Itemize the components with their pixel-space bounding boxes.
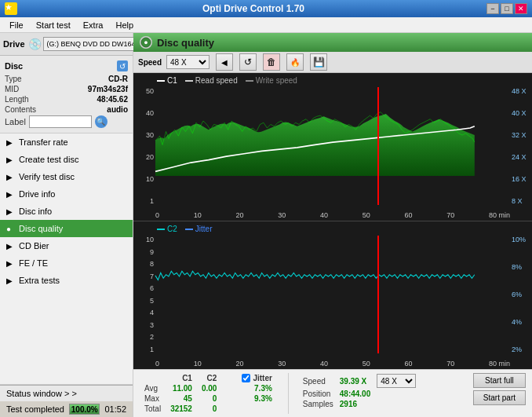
create-test-disc-icon: ▶ xyxy=(6,155,13,164)
sidebar-item-disc-quality[interactable]: ● Disc quality xyxy=(0,220,133,237)
nav-menu: ▶ Transfer rate ▶ Create test disc ▶ Ver… xyxy=(0,134,133,384)
sidebar-label-disc-quality: Disc quality xyxy=(19,224,63,233)
menu-start-test[interactable]: Start test xyxy=(30,19,77,31)
sidebar-label-create-test-disc: Create test disc xyxy=(19,155,78,164)
app-icon: ★ xyxy=(5,2,17,15)
stats-speed-section: Speed 39.39 X 48 X Position 48:44.00 xyxy=(300,373,419,409)
title-bar-title: Opti Drive Control 1.70 xyxy=(20,3,486,14)
c1-y-axis-left: 50403020101 xyxy=(133,87,155,205)
quality-header: ● Disc quality xyxy=(133,33,532,52)
main-layout: Drive 💿 (G:) BENQ DVD DD DW1640 BSRB ⏏ D… xyxy=(0,33,532,417)
quality-icon: ● xyxy=(140,36,152,49)
avg-c2: 0.00 xyxy=(197,383,221,393)
title-bar: ★ Opti Drive Control 1.70 − □ ✕ xyxy=(0,0,532,17)
maximize-button[interactable]: □ xyxy=(501,3,513,14)
samples-label: Samples xyxy=(300,399,337,409)
sidebar-item-fe-te[interactable]: ▶ FE / TE xyxy=(0,254,133,272)
max-jitter: 9.3% xyxy=(237,393,276,404)
disc-section-title: Disc xyxy=(5,61,23,71)
drive-section: Drive 💿 (G:) BENQ DVD DD DW1640 BSRB ⏏ xyxy=(0,33,133,56)
speed-label-top: Speed xyxy=(138,58,162,67)
c2-legend: C2 Jitter xyxy=(157,225,212,233)
sidebar-item-transfer-rate[interactable]: ▶ Transfer rate xyxy=(0,134,133,151)
total-label: Total xyxy=(140,404,166,414)
max-c1: 45 xyxy=(166,393,197,404)
stats-area: C1 C2 Jitter Avg 11.00 0.00 xyxy=(133,369,532,417)
menu-extra[interactable]: Extra xyxy=(77,19,110,31)
disc-refresh-button[interactable]: ↺ xyxy=(117,60,128,71)
speed-stat-select[interactable]: 48 X xyxy=(377,374,416,388)
stats-table: C1 C2 Jitter Avg 11.00 0.00 xyxy=(140,373,277,414)
c2-y-axis-left: 10987654321 xyxy=(133,236,155,353)
svg-text:●: ● xyxy=(144,38,148,46)
c2-chart-svg xyxy=(155,236,510,324)
sidebar: Drive 💿 (G:) BENQ DVD DD DW1640 BSRB ⏏ D… xyxy=(0,33,133,417)
jitter-label-text: Jitter xyxy=(253,374,271,382)
disc-label-label: Label xyxy=(5,117,26,126)
jitter-checkbox[interactable] xyxy=(242,374,250,382)
sidebar-label-transfer-rate: Transfer rate xyxy=(19,137,68,147)
jitter-checkbox-label[interactable]: Jitter xyxy=(242,374,271,382)
read-speed-legend-label: Read speed xyxy=(195,76,238,85)
max-c2: 0 xyxy=(197,393,221,404)
sidebar-item-create-test-disc[interactable]: ▶ Create test disc xyxy=(0,151,133,168)
progress-bar: 100.0% xyxy=(69,404,100,415)
status-window-button[interactable]: Status window > > xyxy=(0,385,133,401)
transfer-rate-icon: ▶ xyxy=(6,138,13,147)
c1-legend: C1 Read speed Write speed xyxy=(157,76,297,85)
action-buttons: Start full Start part xyxy=(473,373,526,405)
speed-refresh-button[interactable]: ↺ xyxy=(239,53,257,71)
disc-label-button[interactable]: 🔍 xyxy=(95,115,107,128)
minimize-button[interactable]: − xyxy=(486,3,499,14)
sidebar-item-drive-info[interactable]: ▶ Drive info xyxy=(0,185,133,203)
c1-x-axis: 01020304050607080 min xyxy=(155,211,510,219)
menu-help[interactable]: Help xyxy=(109,19,140,31)
fe-te-icon: ▶ xyxy=(6,259,13,268)
total-jitter xyxy=(237,404,276,414)
extra-tests-icon: ▶ xyxy=(6,276,13,285)
avg-jitter: 7.3% xyxy=(237,383,276,393)
sidebar-label-verify-test-disc: Verify test disc xyxy=(19,172,75,181)
erase-button[interactable]: 🗑 xyxy=(263,53,280,71)
cd-bier-icon: ▶ xyxy=(6,242,13,251)
c2-legend-label: C2 xyxy=(167,225,177,233)
disc-mid-label: MID xyxy=(5,85,19,93)
save-button[interactable]: 💾 xyxy=(310,53,327,71)
start-part-button[interactable]: Start part xyxy=(473,390,526,405)
sidebar-item-disc-info[interactable]: ▶ Disc info xyxy=(0,203,133,220)
speed-select-top[interactable]: 48 X xyxy=(166,55,210,69)
disc-length-value: 48:45.62 xyxy=(97,95,128,104)
progress-text: 100.0% xyxy=(70,404,99,414)
sidebar-item-cd-bier[interactable]: ▶ CD Bier xyxy=(0,237,133,254)
close-button[interactable]: ✕ xyxy=(515,3,527,14)
c1-chart: C1 Read speed Write speed 50403020101 48… xyxy=(133,73,532,221)
status-bar: Status window > > Test completed 100.0% … xyxy=(0,384,133,417)
drive-info-icon: ▶ xyxy=(6,190,13,199)
position-label: Position xyxy=(300,389,337,399)
disc-info-panel: Disc ↺ Type CD-R MID 97m34s23f Length 48… xyxy=(0,56,133,134)
content-area: ● Disc quality Speed 48 X ◀ ↺ 🗑 🔥 💾 C1 xyxy=(133,33,532,417)
sidebar-item-extra-tests[interactable]: ▶ Extra tests xyxy=(0,272,133,289)
c2-position-marker xyxy=(377,236,379,353)
avg-c1: 11.00 xyxy=(166,383,197,393)
burn-button[interactable]: 🔥 xyxy=(286,53,304,71)
c1-y-axis-right: 48 X 40 X 32 X 24 X 16 X 8 X xyxy=(510,87,532,205)
write-speed-legend-dot xyxy=(246,80,253,82)
sidebar-label-cd-bier: CD Bier xyxy=(19,241,49,251)
sidebar-label-drive-info: Drive info xyxy=(19,189,55,199)
speed-back-button[interactable]: ◀ xyxy=(216,53,233,71)
status-message: Test completed xyxy=(6,404,64,414)
sidebar-label-extra-tests: Extra tests xyxy=(19,276,60,285)
total-c2: 0 xyxy=(197,404,221,414)
samples-value: 2916 xyxy=(337,399,373,409)
jitter-legend-label: Jitter xyxy=(195,225,213,233)
total-c1: 32152 xyxy=(166,404,197,414)
max-label: Max xyxy=(140,393,166,404)
avg-label: Avg xyxy=(140,383,166,393)
disc-contents-label: Contents xyxy=(5,105,36,114)
menu-file[interactable]: File xyxy=(3,19,30,31)
sidebar-item-verify-test-disc[interactable]: ▶ Verify test disc xyxy=(0,168,133,185)
disc-label-input[interactable] xyxy=(29,115,92,128)
disc-quality-icon: ● xyxy=(6,225,11,233)
start-full-button[interactable]: Start full xyxy=(473,373,526,388)
